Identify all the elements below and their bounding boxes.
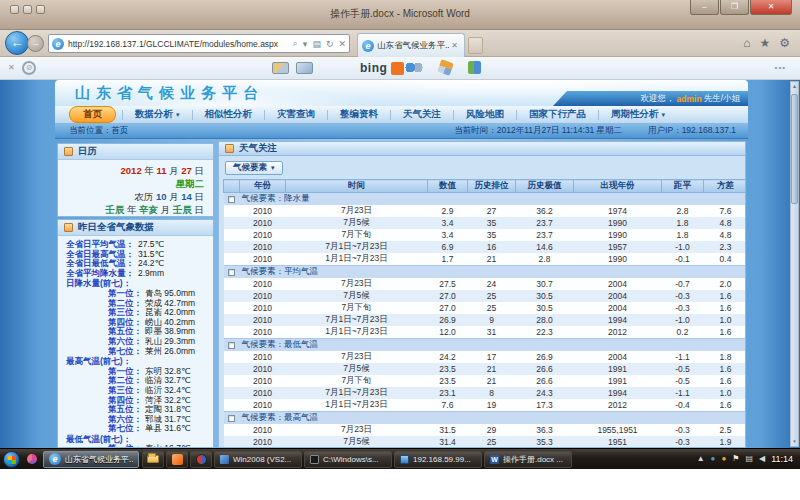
table-cell: 2010 <box>240 253 286 266</box>
nav-item-8[interactable]: 国家下行产品 <box>519 107 596 122</box>
start-button[interactable] <box>3 451 20 468</box>
column-header: 数值 <box>428 180 468 193</box>
table-cell: 2010 <box>240 436 286 448</box>
table-row: 20101月1日~7月23日1.7212.81990-0.10.4 <box>224 253 747 266</box>
row-checkbox-cell <box>224 302 240 314</box>
orange-app-icon <box>172 454 183 465</box>
orange-app-taskbar-button[interactable] <box>166 451 188 468</box>
climate-element-button[interactable]: 气候要素 ▾ <box>225 161 283 175</box>
calendar-text: 辛亥 <box>139 204 158 215</box>
chevron-down-icon: ▾ <box>271 164 275 172</box>
explorer-taskbar-button[interactable] <box>142 451 164 468</box>
blocked-content-icon[interactable]: ⊘ <box>22 61 36 75</box>
table-cell: 1.9 <box>704 436 747 448</box>
nav-item-label: 灾害查询 <box>277 108 315 121</box>
taskbar-clock[interactable]: 11:14 <box>771 454 793 464</box>
show-hidden-icons-button[interactable]: ▲ <box>697 454 705 464</box>
weather-focus-header: 天气关注 <box>218 141 746 156</box>
nav-item-9[interactable]: 周期性分析▾ <box>601 107 675 122</box>
column-header: 年份 <box>240 180 286 193</box>
nav-item-4[interactable]: 灾害查询 <box>267 107 325 122</box>
table-cell: 26.6 <box>516 375 574 387</box>
scroll-down-arrow[interactable]: ▾ <box>791 437 798 446</box>
minimize-button[interactable]: – <box>690 0 719 15</box>
bing-app-icon[interactable] <box>391 62 404 75</box>
search-icon[interactable]: ⌕ <box>293 38 298 49</box>
taskbar-window-button-2[interactable]: C:\Windows\s... <box>304 451 392 468</box>
maximize-button[interactable]: ❐ <box>720 0 749 15</box>
red-blue-app-taskbar-button[interactable] <box>190 451 212 468</box>
table-cell: -0.3 <box>662 436 704 448</box>
header-checkbox-cell <box>224 180 240 193</box>
scrollbar-thumb[interactable] <box>791 94 798 204</box>
browser-tab[interactable]: e 山东省气候业务平... ✕ <box>357 33 465 57</box>
calendar-panel-header: 日历 <box>58 144 213 160</box>
back-button[interactable]: ← <box>5 31 29 55</box>
nav-item-5[interactable]: 整编资料 <box>330 107 388 122</box>
sparkle-icon[interactable] <box>437 59 454 76</box>
table-cell: 27.5 <box>428 278 468 290</box>
nav-item-6[interactable]: 天气关注 <box>393 107 451 122</box>
group-checkbox[interactable] <box>228 269 235 276</box>
address-bar[interactable]: e http://192.168.137.1/GLCCLIMATE/module… <box>48 34 350 53</box>
table-cell: 3.4 <box>428 217 468 229</box>
taskbar-window-button-3[interactable]: 192.168.59.99... <box>394 451 482 468</box>
group-checkbox[interactable] <box>228 415 235 422</box>
group-checkbox[interactable] <box>228 342 235 349</box>
home-icon[interactable]: ⌂ <box>743 36 750 50</box>
bing-logo[interactable]: bing <box>360 61 387 75</box>
new-tab-button[interactable] <box>468 37 483 54</box>
table-row: 20107月1日~7月23日6.91614.61957-1.02.3 <box>224 241 747 253</box>
taskbar-window-button-4[interactable]: W操作手册.docx ... <box>484 451 572 468</box>
mail-icon[interactable] <box>272 62 289 74</box>
group-checkbox-cell <box>224 339 240 352</box>
toolbar-close-icon[interactable]: ✕ <box>8 63 15 72</box>
table-cell: 1.6 <box>704 399 747 412</box>
username: admin <box>677 94 702 104</box>
toolbar-overflow-icon[interactable]: ••• <box>775 63 786 72</box>
action-center-flag-icon[interactable]: ⚑ <box>732 454 739 464</box>
calendar-text: 日 <box>192 204 204 215</box>
ime-indicator-icon[interactable]: ● <box>711 454 716 464</box>
table-cell: 7月下旬 <box>286 302 428 314</box>
network-icon[interactable]: ▤ <box>745 454 753 464</box>
vertical-scrollbar[interactable]: ▲ ▾ <box>790 81 799 447</box>
close-button[interactable]: ✕ <box>750 0 792 15</box>
compatibility-view-icon[interactable]: ▤ <box>312 39 321 49</box>
favorites-star-icon[interactable]: ★ <box>759 36 770 50</box>
table-cell: 2.3 <box>704 241 747 253</box>
nav-item-2[interactable]: 数据分析▾ <box>125 107 190 122</box>
addons-puzzle-icon[interactable] <box>468 61 481 74</box>
dropdown-icon[interactable]: ▾ <box>303 39 308 49</box>
taskbar-ie-window-button[interactable]: e 山东省气候业务平... <box>43 451 139 468</box>
quick-access-toolbar[interactable] <box>10 5 45 14</box>
stop-icon[interactable]: ✕ <box>338 39 346 49</box>
tab-close-icon[interactable]: ✕ <box>449 41 460 50</box>
table-cell: 9 <box>468 314 516 326</box>
scroll-up-arrow[interactable]: ▲ <box>791 82 798 91</box>
table-cell: 2010 <box>240 290 286 302</box>
nav-item-7[interactable]: 风险地图 <box>456 107 514 122</box>
column-header: 出现年份 <box>574 180 662 193</box>
pinned-app-icon[interactable] <box>27 454 37 464</box>
taskbar-window-button-1[interactable]: Win2008 (VS2... <box>214 451 302 468</box>
url-text[interactable]: http://192.168.137.1/GLCCLIMATE/modules/… <box>68 39 293 49</box>
nav-item-1[interactable]: 首页 <box>69 106 116 123</box>
refresh-icon[interactable]: ↻ <box>326 39 334 49</box>
calendar-text: 27 <box>181 165 192 176</box>
group-checkbox[interactable] <box>228 196 235 203</box>
forward-button[interactable]: → <box>27 35 44 52</box>
table-cell: 7月1日~7月23日 <box>286 241 428 253</box>
weather-panel-title: 昨日全省气象数据 <box>78 221 154 234</box>
share-icon[interactable] <box>405 61 423 74</box>
table-cell: 1月1日~7月23日 <box>286 399 428 412</box>
table-cell: -0.3 <box>662 290 704 302</box>
app-tray-icon[interactable]: ● <box>721 454 726 464</box>
nav-item-3[interactable]: 相似性分析 <box>195 107 263 122</box>
ie-icon: e <box>49 453 61 465</box>
table-cell: 7.6 <box>704 205 747 217</box>
tools-gear-icon[interactable]: ⚙ <box>779 36 790 50</box>
volume-icon[interactable]: ◀ <box>759 454 765 464</box>
calendar-text: 月 <box>167 165 182 176</box>
message-icon[interactable] <box>296 62 313 74</box>
